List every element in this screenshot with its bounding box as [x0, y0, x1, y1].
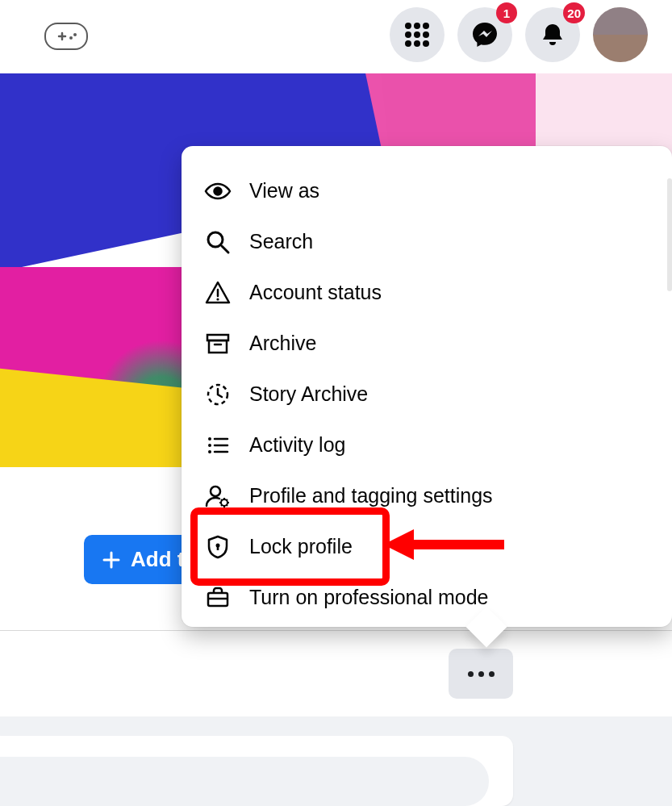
history-clock-icon — [204, 381, 249, 408]
svg-point-7 — [405, 31, 411, 38]
menu-item-label: View as — [249, 179, 319, 203]
notifications-badge: 20 — [563, 2, 585, 23]
account-avatar-button[interactable] — [593, 7, 648, 62]
list-icon — [204, 432, 249, 459]
svg-point-9 — [423, 31, 429, 38]
notifications-button[interactable]: 20 — [525, 7, 580, 62]
archive-box-icon — [204, 330, 249, 357]
shield-lock-icon — [204, 533, 249, 561]
svg-point-13 — [215, 187, 222, 194]
briefcase-icon — [204, 584, 249, 612]
svg-point-23 — [208, 444, 211, 447]
menu-item-view-as[interactable]: View as — [182, 165, 672, 216]
menu-item-story-archive[interactable]: Story Archive — [182, 369, 672, 420]
menu-item-activity-log[interactable]: Activity log — [182, 420, 672, 470]
messenger-button[interactable]: 1 — [457, 7, 512, 62]
eye-icon — [204, 177, 249, 205]
svg-point-10 — [405, 40, 411, 47]
svg-point-4 — [405, 23, 411, 29]
facebook-profile-view: 1 20 — [0, 0, 672, 806]
menu-item-search[interactable]: Search — [182, 216, 672, 267]
ellipsis-dot-icon — [478, 671, 484, 677]
menu-item-label: Activity log — [249, 433, 345, 457]
nav-right-cluster: 1 20 — [390, 6, 648, 63]
svg-point-5 — [414, 23, 420, 29]
menu-item-label: Account status — [249, 281, 382, 304]
svg-point-28 — [211, 487, 220, 496]
more-options-button[interactable] — [449, 649, 513, 699]
warning-triangle-icon — [204, 279, 249, 307]
svg-point-24 — [208, 450, 211, 453]
add-button-label: Add t — [131, 547, 184, 572]
profile-section-divider — [0, 630, 672, 631]
menu-scrollbar[interactable] — [667, 178, 672, 291]
menu-item-archive[interactable]: Archive — [182, 318, 672, 369]
menu-item-label: Lock profile — [249, 535, 353, 558]
top-nav: 1 20 — [0, 0, 672, 73]
content-card-input[interactable] — [0, 757, 489, 806]
menu-item-profile-tagging-settings[interactable]: Profile and tagging settings — [182, 470, 672, 521]
menu-item-label: Search — [249, 230, 313, 253]
svg-point-6 — [423, 23, 429, 29]
menu-item-account-status[interactable]: Account status — [182, 267, 672, 318]
svg-point-14 — [208, 232, 223, 247]
gaming-tab-icon[interactable] — [44, 23, 88, 50]
svg-rect-31 — [217, 545, 219, 550]
svg-point-8 — [414, 31, 420, 38]
search-icon — [204, 228, 249, 256]
svg-rect-19 — [209, 340, 227, 353]
menu-item-lock-profile[interactable]: Lock profile — [182, 521, 672, 572]
messenger-badge: 1 — [496, 2, 517, 23]
menu-item-label: Turn on professional mode — [249, 586, 488, 609]
plus-icon — [102, 550, 121, 570]
ellipsis-dot-icon — [489, 671, 495, 677]
menu-item-professional-mode[interactable]: Turn on professional mode — [182, 572, 672, 623]
user-gear-icon — [204, 482, 249, 510]
menu-item-label: Story Archive — [249, 382, 368, 406]
svg-point-2 — [69, 36, 73, 40]
svg-point-22 — [208, 437, 211, 441]
avatar-selection-overlay — [593, 7, 648, 35]
svg-point-12 — [423, 40, 429, 47]
profile-options-menu: View as Search Account status Archive St — [182, 146, 672, 627]
svg-point-3 — [73, 33, 77, 36]
menu-grid-button[interactable] — [390, 7, 445, 62]
svg-point-11 — [414, 40, 420, 47]
svg-line-15 — [222, 246, 228, 253]
menu-item-label: Profile and tagging settings — [249, 484, 493, 507]
ellipsis-dot-icon — [468, 671, 474, 677]
svg-point-17 — [216, 298, 219, 300]
menu-item-label: Archive — [249, 332, 316, 355]
